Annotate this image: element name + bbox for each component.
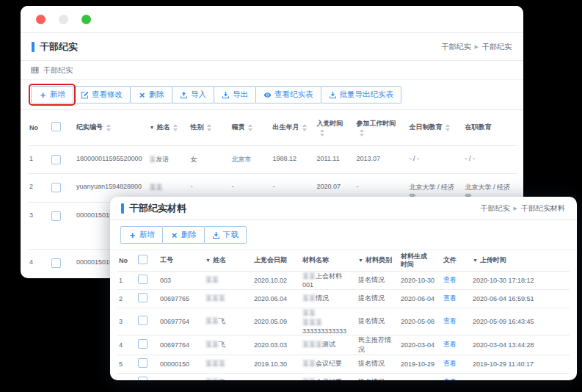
cell-material-name: 某某 某某某333333333333 (301, 308, 357, 335)
col-generated-date: 材料生成时间 (399, 250, 442, 271)
cell-select (137, 373, 159, 380)
batch-export-button[interactable]: 批量导出纪实表 (321, 86, 402, 104)
minimize-traffic-light-icon[interactable] (59, 15, 68, 24)
cell-select (137, 335, 159, 355)
sort-up-caret (106, 124, 111, 127)
cell-material-name: 某某情况 (301, 289, 357, 308)
table-row: 400697764某某飞2020.03.03某某某测试民主推荐情况2020-03… (117, 335, 570, 355)
table-row: 200697765某某某2020.06.04某某情况提名情况2020-06-04… (117, 289, 570, 308)
cell-file: 查看 (442, 335, 471, 355)
cell-meeting-date: 2020.06.04 (252, 289, 301, 308)
view-file-link[interactable]: 查看 (443, 360, 456, 367)
col-employee-id: 工号 (159, 250, 204, 271)
table-row: 600697764某某飞2019.10.30某某会议纪要提名情况2019-10-… (117, 373, 570, 380)
breadcrumb-item[interactable]: 干部纪实 (442, 42, 471, 52)
delete-button[interactable]: ×删除 (162, 226, 205, 244)
button-label: 新增 (139, 230, 155, 240)
sort-icon[interactable] (106, 124, 111, 131)
cell-material-name: 某某某测试 (301, 335, 357, 355)
cell-upload-time: 2019-10-29 11:40:17 (471, 355, 570, 373)
cell-name: 某某飞 (204, 335, 252, 355)
page-title: 干部纪实 (32, 40, 78, 54)
col-material-name: 材料名称 (301, 250, 357, 271)
row-checkbox[interactable] (51, 155, 61, 164)
cell-generated-date: 2019-10-29 (399, 355, 442, 373)
filter-icon[interactable]: ▼ (149, 125, 154, 130)
cell-select (137, 355, 159, 373)
view-file-link[interactable]: 查看 (443, 378, 456, 380)
cell-no: 1 (117, 271, 137, 289)
filter-icon[interactable]: ▼ (205, 258, 211, 263)
cell-employee-id: 00697764 (159, 308, 204, 335)
button-label: 删除 (181, 230, 197, 240)
cell-material-category: 民主推荐情况 (357, 335, 399, 355)
sort-icon[interactable] (302, 124, 307, 131)
cell-material-category: 提名情况 (357, 289, 399, 308)
column-label: 材料类别 (365, 256, 392, 264)
view-file-link[interactable]: 查看 (443, 294, 456, 302)
cell-upload-time: 2020-06-04 16:59:51 (471, 289, 570, 308)
row-checkbox[interactable] (138, 377, 148, 380)
breadcrumb-item-current: 干部纪实 (482, 42, 512, 52)
row-checkbox[interactable] (51, 183, 61, 192)
row-checkbox[interactable] (51, 211, 61, 221)
cell-meeting-date: 2019.10.30 (252, 355, 301, 373)
import-button[interactable]: 导入 (172, 86, 214, 104)
sort-icon[interactable] (320, 129, 324, 137)
column-label: 纪实编号 (76, 123, 103, 131)
cell-select (50, 202, 75, 249)
redacted-text: 某某 (205, 317, 219, 324)
row-checkbox[interactable] (138, 293, 148, 302)
cell-meeting-date: 2020.10.02 (252, 271, 301, 289)
filter-icon[interactable]: ▼ (473, 258, 478, 263)
row-checkbox[interactable] (51, 258, 61, 268)
breadcrumb-item[interactable]: 干部纪实 (481, 203, 510, 214)
view-file-link[interactable]: 查看 (443, 341, 456, 348)
sort-icon[interactable] (445, 124, 450, 131)
filter-icon[interactable]: ▼ (358, 258, 363, 263)
panel-label: 干部纪实 (43, 65, 73, 76)
row-checkbox[interactable] (138, 339, 148, 349)
col-record-id: 纪实编号 (75, 110, 148, 145)
row-checkbox[interactable] (138, 358, 148, 368)
sort-icon[interactable] (248, 124, 252, 131)
button-label: 导出 (233, 90, 248, 100)
plus-icon: + (128, 231, 137, 239)
delete-button[interactable]: ×删除 (130, 86, 172, 104)
add-button[interactable]: +新增 (120, 226, 163, 244)
redacted-text: 某某某 (302, 341, 322, 348)
col-no: No (117, 250, 137, 271)
column-label: 在职教育 (465, 123, 491, 131)
view-edit-button[interactable]: 查看修改 (73, 86, 131, 104)
cell-name: 某某某 (204, 289, 252, 308)
cell-gender: 女 (189, 145, 230, 173)
cell-no: 3 (117, 308, 137, 335)
row-checkbox[interactable] (138, 316, 148, 325)
select-all-checkbox[interactable] (51, 122, 61, 131)
sort-down-caret (302, 128, 307, 131)
cell-text: 会议纪要 (316, 378, 342, 380)
sort-icon[interactable] (207, 124, 211, 131)
column-label: 入党时间 (316, 120, 343, 127)
sort-down-caret (173, 128, 178, 131)
cell-employee-id: 00697764 (159, 373, 204, 380)
cell-material-name: 某某会议纪要 (301, 355, 357, 373)
title-accent-bar (121, 203, 124, 214)
download-button[interactable]: 下载 (204, 226, 247, 244)
view-record-table-button[interactable]: 查看纪实表 (255, 86, 321, 104)
export-button[interactable]: 导出 (214, 86, 256, 104)
view-file-link[interactable]: 查看 (443, 317, 456, 324)
table-header-row: No工号▼姓名上党会日期材料名称▼材料类别材料生成时间文件▼上传时间 (117, 250, 570, 271)
cell-material-category: 提名情况 (357, 373, 399, 380)
sort-icon[interactable] (360, 129, 364, 137)
sort-icon[interactable] (173, 124, 178, 131)
sort-down-caret (360, 134, 364, 137)
close-traffic-light-icon[interactable] (36, 15, 46, 24)
row-checkbox[interactable] (138, 275, 148, 284)
select-all-checkbox[interactable] (138, 255, 148, 264)
cell-native-place: 北京市 (230, 145, 271, 173)
cell-select (137, 271, 159, 289)
add-button[interactable]: +新增 (31, 86, 73, 104)
view-file-link[interactable]: 查看 (443, 276, 456, 283)
maximize-traffic-light-icon[interactable] (81, 15, 91, 24)
